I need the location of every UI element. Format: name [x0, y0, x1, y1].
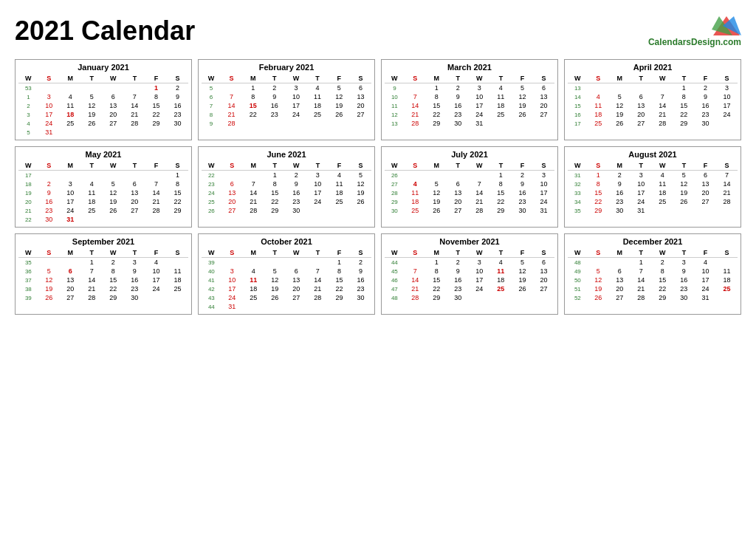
table-row: 3912	[202, 258, 371, 267]
day-cell: 26	[426, 206, 447, 215]
day-cell: 22	[329, 284, 350, 293]
day-cell: 2	[103, 258, 124, 267]
day-cell: 4	[145, 258, 167, 267]
day-cell: 27	[533, 284, 554, 293]
day-cell: 15	[329, 276, 350, 284]
day-cell: 7	[716, 171, 738, 180]
table-row: 3712131415161718	[18, 276, 188, 284]
day-cell: 28	[145, 206, 167, 215]
col-header-F-6: F	[512, 248, 533, 258]
day-cell	[609, 83, 630, 93]
day-cell: 18	[588, 110, 609, 119]
day-cell: 11	[588, 101, 609, 110]
col-header-S-7: S	[533, 161, 554, 171]
day-cell: 1	[426, 83, 447, 93]
col-header-T-5: T	[490, 248, 512, 258]
day-cell: 29	[145, 119, 167, 128]
day-cell: 2	[447, 83, 469, 93]
day-cell: 26	[512, 284, 533, 293]
day-cell: 6	[124, 180, 145, 188]
week-number: 27	[385, 180, 405, 188]
col-header-S-7: S	[167, 74, 188, 83]
col-header-W-4: W	[469, 74, 490, 83]
day-cell	[243, 302, 264, 311]
col-header-T-3: T	[264, 248, 286, 258]
day-cell: 15	[242, 101, 264, 110]
day-cell	[81, 128, 103, 137]
day-cell: 24	[533, 197, 554, 206]
week-number: 22	[202, 171, 221, 180]
col-header-W-0: W	[202, 248, 221, 258]
week-number: 46	[385, 276, 405, 284]
table-row: 1618192021222324	[568, 110, 738, 119]
day-cell	[447, 171, 469, 180]
day-cell: 4	[329, 171, 350, 180]
week-number: 16	[568, 110, 588, 119]
col-header-S-1: S	[221, 74, 242, 83]
day-cell: 13	[350, 92, 371, 101]
day-cell: 15	[588, 188, 609, 197]
month-8: August 2021WSMTWTFS311234567328910111213…	[564, 146, 741, 228]
day-cell: 28	[716, 197, 738, 206]
col-header-M-2: M	[243, 161, 264, 171]
day-cell: 24	[221, 293, 243, 302]
week-number: 39	[18, 293, 38, 302]
day-cell: 5	[426, 180, 447, 188]
col-header-W-4: W	[286, 248, 307, 258]
table-row: 5312	[18, 83, 188, 93]
day-cell: 30	[124, 293, 145, 302]
col-header-T-3: T	[264, 74, 285, 83]
day-cell	[630, 83, 652, 93]
day-cell: 20	[103, 110, 124, 119]
day-cell: 25	[167, 284, 188, 293]
table-row: 4431	[202, 302, 371, 311]
day-cell: 11	[307, 92, 329, 101]
table-row: 36567891011	[18, 267, 188, 276]
day-cell: 31	[38, 128, 60, 137]
day-cell: 17	[533, 188, 554, 197]
day-cell: 21	[405, 284, 426, 293]
day-cell: 3	[673, 258, 695, 267]
day-cell	[242, 119, 264, 128]
cal-table-4: WSMTWTFS13123144567891015111213141516171…	[568, 74, 738, 128]
col-header-S-1: S	[588, 74, 609, 83]
day-cell: 20	[350, 101, 371, 110]
day-cell: 9	[167, 92, 188, 101]
table-row: 32891011121314	[568, 180, 738, 188]
table-row: 4721222324252627	[385, 284, 554, 293]
week-number: 8	[202, 110, 221, 119]
day-cell: 1	[145, 83, 167, 93]
day-cell: 10	[221, 276, 243, 284]
month-3: March 2021WSMTWTFS9123456107891011121311…	[381, 59, 558, 140]
week-number: 31	[568, 171, 588, 180]
day-cell: 29	[103, 293, 124, 302]
day-cell: 3	[38, 92, 60, 101]
day-cell: 28	[405, 119, 426, 128]
day-cell	[652, 206, 673, 215]
day-cell: 7	[145, 180, 167, 188]
day-cell: 8	[242, 92, 264, 101]
day-cell: 12	[426, 188, 447, 197]
table-row: 1078910111213	[385, 92, 554, 101]
day-cell: 27	[447, 206, 469, 215]
day-cell: 22	[426, 284, 447, 293]
month-title-11: November 2021	[385, 237, 554, 246]
table-row: 4110111213141516	[202, 276, 371, 284]
table-row: 351234	[18, 258, 188, 267]
col-header-T-3: T	[630, 74, 652, 83]
day-cell	[221, 171, 243, 180]
day-cell	[533, 119, 554, 128]
day-cell: 20	[630, 110, 652, 119]
col-header-M-2: M	[609, 248, 630, 258]
day-cell: 3	[307, 171, 329, 180]
page-title: 2021 Calendar	[15, 16, 195, 47]
day-cell: 16	[264, 101, 285, 110]
col-header-T-5: T	[307, 74, 329, 83]
day-cell: 7	[307, 267, 329, 276]
col-header-F-6: F	[695, 74, 716, 83]
table-row: 13456789	[18, 92, 188, 101]
day-cell: 12	[609, 101, 630, 110]
day-cell: 3	[533, 171, 554, 180]
day-cell: 22	[264, 197, 286, 206]
day-cell: 31	[695, 293, 716, 302]
